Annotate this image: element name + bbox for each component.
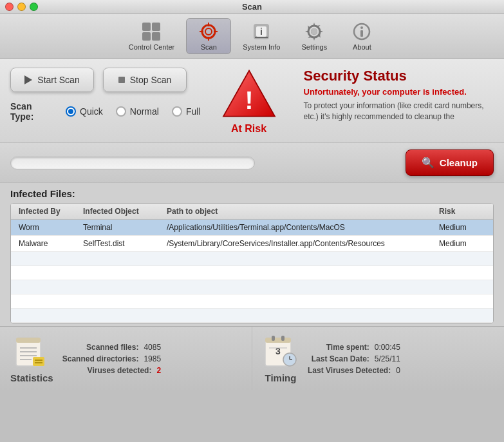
stop-scan-button[interactable]: Stop Scan	[103, 68, 187, 92]
radio-quick-outer	[66, 106, 76, 117]
scan-type-full[interactable]: Full	[172, 106, 201, 117]
timing-icon: 3	[263, 334, 299, 370]
toolbar-label-settings: Settings	[301, 43, 327, 51]
cleanup-button[interactable]: 🔍 Cleanup	[406, 149, 494, 176]
warning-triangle-icon: !	[220, 68, 278, 119]
start-scan-label: Start Scan	[37, 75, 79, 85]
svg-rect-19	[360, 30, 363, 37]
security-title: Security Status	[304, 68, 494, 84]
close-button[interactable]	[5, 3, 14, 11]
statistics-label: Statistics	[10, 372, 53, 383]
maximize-button[interactable]	[30, 3, 38, 11]
table-row[interactable]: Malware SelfTest.dist /System/Library/Co…	[11, 236, 493, 252]
radio-normal-outer	[116, 106, 126, 117]
col-infected-by: Infected By	[16, 206, 80, 217]
action-row: 🔍 Cleanup	[0, 143, 504, 183]
last-scan-row: Last Scan Date: 5/25/11	[308, 354, 400, 363]
svg-rect-34	[281, 336, 285, 341]
top-section: Start Scan Stop Scan Scan Type: Quick No…	[0, 59, 504, 143]
toolbar-label-control-center: Control Center	[129, 43, 175, 51]
svg-rect-3	[152, 32, 160, 41]
radio-full-outer	[172, 106, 182, 117]
info-icon: i	[251, 21, 272, 42]
toolbar-item-about[interactable]: About	[339, 19, 384, 53]
right-panel: Security Status Unfortunately, your comp…	[297, 68, 494, 135]
row2-risk: Medium	[436, 238, 488, 249]
col-path: Path to object	[164, 206, 436, 217]
svg-rect-0	[142, 23, 151, 31]
toolbar-item-scan[interactable]: Scan	[186, 18, 231, 54]
toolbar-item-system-info[interactable]: i System Info	[234, 19, 289, 53]
scan-type-row: Scan Type: Quick Normal Full	[10, 101, 201, 122]
time-spent-label: Time spent:	[326, 343, 369, 352]
scan-type-quick[interactable]: Quick	[66, 106, 103, 117]
grid-icon	[141, 21, 162, 42]
last-viruses-label: Last Viruses Detected:	[308, 366, 391, 375]
security-infected-text: Unfortunately, your computer is infected…	[304, 87, 494, 97]
scan-type-label: Scan Type:	[10, 101, 53, 122]
infected-files-table: Infected By Infected Object Path to obje…	[10, 203, 494, 323]
svg-rect-13	[255, 37, 268, 38]
svg-rect-28	[33, 357, 44, 366]
row2-infected-by: Malware	[16, 238, 80, 249]
row1-risk: Medium	[436, 222, 488, 233]
table-row[interactable]: Worm Terminal /Applications/Utilities/Te…	[11, 220, 493, 236]
scanned-files-row: Scanned files: 4085	[62, 343, 161, 352]
row2-infected-object: SelfTest.dist	[80, 238, 164, 249]
row1-infected-object: Terminal	[80, 222, 164, 233]
last-viruses-value: 0	[396, 366, 400, 375]
timing-panel: 3 Timing Time spent: 0:00:45 Last Scan D…	[252, 327, 504, 390]
timing-label: Timing	[265, 372, 297, 383]
last-scan-value: 5/25/11	[375, 354, 400, 363]
table-row-empty	[11, 294, 493, 309]
statistics-panel: Statistics Scanned files: 4085 Scanned d…	[0, 327, 252, 390]
statistics-icon	[14, 334, 50, 370]
col-risk: Risk	[436, 206, 488, 217]
progress-bar	[10, 157, 255, 169]
table-row-empty	[11, 266, 493, 280]
svg-point-18	[360, 26, 363, 29]
statistics-values: Scanned files: 4085 Scanned directories:…	[62, 343, 161, 375]
svg-rect-23	[16, 338, 41, 343]
toolbar-item-control-center[interactable]: Control Center	[120, 19, 184, 53]
scan-type-normal[interactable]: Normal	[116, 106, 159, 117]
scanned-dirs-label: Scanned directories:	[62, 354, 139, 363]
scanned-files-value: 4085	[144, 343, 161, 352]
security-description: To protect your information (like credit…	[304, 101, 494, 122]
viruses-label: Viruses detected:	[88, 366, 152, 375]
infected-files-title: Infected Files:	[10, 188, 494, 199]
svg-rect-2	[142, 32, 151, 41]
svg-point-16	[311, 28, 317, 35]
play-icon	[24, 75, 32, 84]
stop-scan-label: Stop Scan	[130, 75, 172, 85]
table-header: Infected By Infected Object Path to obje…	[11, 204, 493, 220]
viruses-value: 2	[156, 366, 161, 375]
scan-type-full-label: Full	[186, 106, 201, 117]
scan-buttons: Start Scan Stop Scan	[10, 68, 201, 92]
toolbar-label-scan: Scan	[201, 43, 217, 51]
toolbar-item-settings[interactable]: Settings	[292, 19, 337, 53]
time-spent-row: Time spent: 0:00:45	[308, 343, 400, 352]
start-scan-button[interactable]: Start Scan	[10, 68, 94, 92]
toolbar-label-system-info: System Info	[243, 43, 280, 51]
about-icon	[351, 21, 372, 42]
minimize-button[interactable]	[17, 3, 26, 11]
toolbar: Control Center Scan i System Info	[0, 14, 504, 59]
svg-rect-33	[272, 336, 275, 341]
footer: Statistics Scanned files: 4085 Scanned d…	[0, 326, 504, 390]
svg-point-4	[202, 25, 215, 38]
viruses-row: Viruses detected: 2	[62, 366, 161, 375]
settings-icon	[304, 21, 324, 42]
svg-text:!: !	[245, 86, 253, 114]
left-panel: Start Scan Stop Scan Scan Type: Quick No…	[10, 68, 201, 135]
time-spent-value: 0:00:45	[375, 343, 400, 352]
scanned-dirs-row: Scanned directories: 1985	[62, 354, 161, 363]
cleanup-label: Cleanup	[440, 157, 478, 168]
stop-icon	[118, 77, 125, 83]
title-bar: Scan	[0, 0, 504, 14]
svg-text:i: i	[260, 26, 263, 37]
svg-rect-1	[152, 23, 160, 31]
scanned-files-label: Scanned files:	[86, 343, 138, 352]
infected-section: Infected Files: Infected By Infected Obj…	[0, 183, 504, 326]
scan-icon	[198, 21, 219, 42]
